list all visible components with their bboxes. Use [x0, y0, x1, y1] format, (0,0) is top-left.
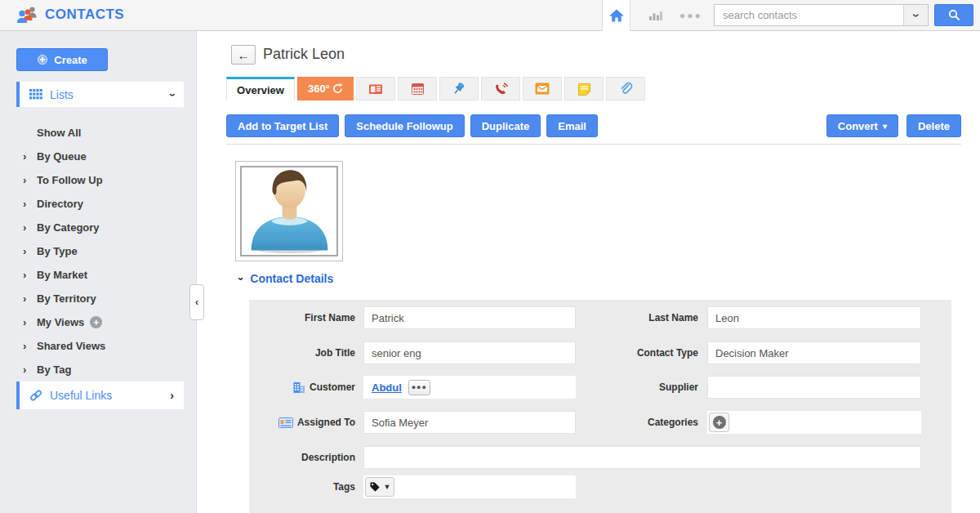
sidebar-item-label: By Category [37, 221, 100, 234]
add-view-button[interactable]: + [90, 316, 102, 328]
plus-icon: + [713, 416, 726, 429]
tab-calendar[interactable] [398, 77, 437, 100]
tab-calls[interactable] [481, 77, 520, 100]
chevron-right-icon: › [23, 198, 37, 210]
tab-email[interactable] [523, 77, 562, 100]
tag-icon [369, 481, 381, 493]
chevron-down-icon: › [908, 13, 923, 17]
tab-360-view[interactable]: 360° [297, 77, 354, 100]
sidebar-item-label: To Follow Up [37, 174, 103, 186]
tab-overview-label: Overview [237, 84, 284, 96]
sidebar-item-show-all[interactable]: Show All [0, 121, 197, 145]
customer-link[interactable]: Abdul [372, 381, 402, 394]
search-options-dropdown[interactable]: › [903, 5, 928, 25]
sidebar-item-my-views[interactable]: › My Views + [0, 310, 197, 334]
tags-field: ▼ [363, 475, 576, 498]
first-name-field[interactable] [363, 306, 576, 329]
sidebar-item-lists[interactable]: Lists › [16, 82, 184, 107]
duplicate-button[interactable]: Duplicate [470, 114, 541, 137]
home-button[interactable] [602, 0, 630, 31]
caret-down-icon: ▾ [883, 122, 887, 131]
schedule-followup-button[interactable]: Schedule Followup [345, 114, 464, 137]
supplier-label: Supplier [592, 376, 698, 399]
supplier-field[interactable] [707, 376, 921, 399]
sidebar-collapse-handle[interactable]: ‹ [189, 284, 204, 320]
home-icon [608, 8, 625, 23]
tab-pinned[interactable] [439, 77, 479, 100]
job-title-field[interactable] [363, 341, 576, 364]
last-name-label: Last Name [592, 306, 698, 329]
add-category-button[interactable]: + [709, 413, 729, 432]
sidebar-item-label: Shared Views [37, 340, 105, 352]
ellipsis-icon: ●●● [412, 383, 427, 391]
pushpin-icon [452, 82, 466, 96]
first-name-label: First Name [249, 306, 355, 329]
tags-label: Tags [249, 475, 355, 498]
assigned-to-label: Assigned To [233, 411, 355, 434]
convert-button[interactable]: Convert ▾ [826, 114, 898, 137]
sidebar-item-useful-links[interactable]: Useful Links › [16, 381, 184, 409]
back-button[interactable]: ← [231, 45, 256, 65]
paperclip-icon [618, 82, 633, 96]
caret-down-icon: ▼ [384, 483, 391, 491]
sidebar-item-shared-views[interactable]: › Shared Views [0, 334, 197, 358]
calendar-icon [411, 83, 425, 96]
news-icon [368, 83, 383, 96]
sidebar-item-by-queue[interactable]: › By Queue [0, 145, 197, 168]
create-button[interactable]: Create [16, 48, 108, 71]
more-menu-button[interactable]: ●●● [679, 10, 702, 21]
sidebar-item-by-tag[interactable]: › By Tag [0, 358, 197, 381]
chevron-right-icon: › [23, 292, 37, 305]
tab-notes[interactable] [564, 77, 604, 100]
sidebar-item-directory[interactable]: › Directory [0, 192, 197, 216]
avatar [240, 166, 338, 256]
tab-attachments[interactable] [606, 77, 645, 100]
assigned-to-field[interactable] [363, 411, 576, 434]
customer-field: Abdul ●●● [363, 376, 576, 399]
description-field[interactable] [363, 446, 921, 469]
sidebar-item-to-follow-up[interactable]: › To Follow Up [0, 168, 197, 192]
lists-grid-icon [29, 89, 42, 100]
sidebar-item-by-market[interactable]: › By Market [0, 263, 197, 287]
delete-button[interactable]: Delete [906, 114, 961, 137]
tab-360-label: 360° [308, 83, 330, 95]
tab-news[interactable] [356, 77, 395, 100]
categories-field: + [707, 411, 921, 434]
job-title-label: Job Title [249, 341, 355, 364]
convert-label: Convert [838, 120, 878, 132]
email-button[interactable]: Email [546, 114, 598, 137]
sidebar-item-by-category[interactable]: › By Category [0, 216, 197, 239]
contacts-app: CONTACTS ●●● › [0, 0, 980, 513]
section-title: Contact Details [250, 272, 333, 285]
contact-photo[interactable] [235, 161, 343, 261]
add-to-target-list-button[interactable]: Add to Target List [226, 114, 339, 137]
mail-icon [535, 83, 550, 95]
contact-type-field[interactable] [707, 341, 921, 364]
last-name-field[interactable] [707, 306, 921, 329]
search-box: › [714, 4, 929, 26]
link-icon [29, 389, 42, 402]
contact-details-toggle[interactable]: › Contact Details [239, 272, 333, 285]
tags-dropdown-button[interactable]: ▼ [365, 477, 394, 497]
sidebar-item-by-type[interactable]: › By Type [0, 239, 197, 263]
plus-circle-icon [37, 54, 48, 65]
sidebar-item-label: Directory [37, 198, 83, 210]
reports-button[interactable] [640, 0, 670, 31]
sidebar: Create Lists › Show All › By Queue [0, 31, 197, 513]
id-card-icon [278, 417, 293, 428]
phone-icon [493, 83, 508, 96]
chevron-right-icon: › [23, 174, 37, 186]
customer-select-button[interactable]: ●●● [408, 380, 430, 395]
building-icon [292, 381, 305, 394]
search-button[interactable] [934, 4, 973, 26]
tab-overview[interactable]: Overview [226, 77, 295, 100]
search-input[interactable] [715, 5, 903, 25]
top-bar: CONTACTS ●●● › [0, 0, 980, 31]
chevron-right-icon: › [23, 364, 37, 376]
chevron-right-icon: › [23, 269, 37, 281]
sidebar-item-label: Show All [37, 127, 81, 139]
sidebar-item-by-territory[interactable]: › By Territory [0, 287, 197, 310]
record-actions: Add to Target List Schedule Followup Dup… [226, 114, 598, 137]
app-logo[interactable]: CONTACTS [16, 6, 124, 24]
sidebar-item-label: My Views [37, 316, 84, 328]
